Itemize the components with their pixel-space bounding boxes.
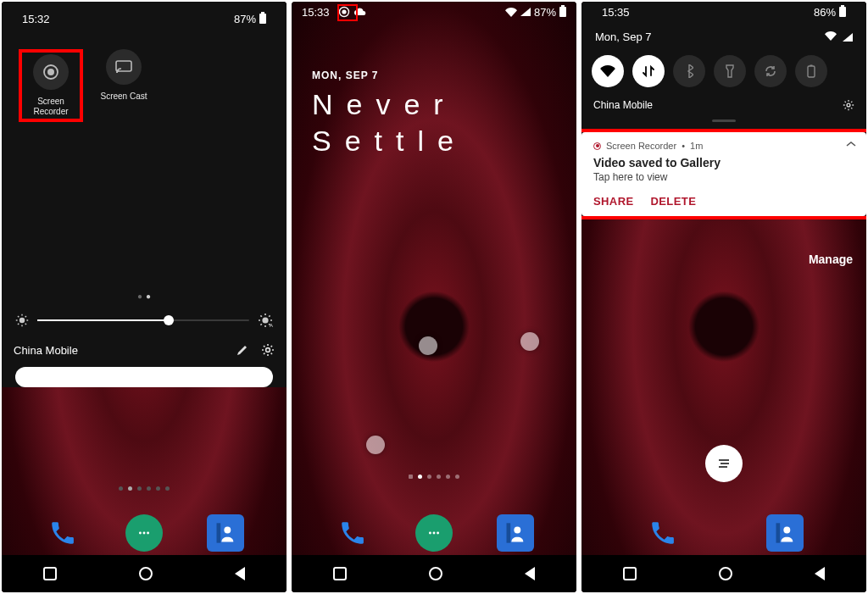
contacts-app-icon[interactable]	[766, 514, 804, 552]
notification-header: Screen Recorder • 1m	[593, 141, 854, 151]
chevron-up-icon[interactable]	[846, 141, 856, 147]
svg-line-11	[25, 316, 26, 317]
nav-back-button[interactable]	[525, 567, 535, 580]
shade-handle[interactable]	[712, 119, 736, 122]
status-right: 87%	[234, 13, 266, 25]
phone-panel-2: 15:33 87% MON, SEP 7 Never Settle	[292, 2, 576, 592]
svg-rect-41	[507, 523, 511, 542]
svg-point-32	[143, 532, 146, 535]
contacts-app-icon[interactable]	[497, 514, 534, 552]
carrier-label: China Mobile	[593, 99, 653, 111]
record-icon	[593, 142, 601, 150]
qs-wifi[interactable]	[592, 55, 624, 87]
svg-line-8	[18, 316, 19, 317]
wifi-icon	[505, 8, 517, 17]
notification-card[interactable]: Screen Recorder • 1m Video saved to Gall…	[581, 132, 866, 216]
battery-percent: 87%	[234, 13, 256, 25]
svg-line-51	[851, 108, 852, 108]
qs-rotation[interactable]	[754, 55, 787, 87]
svg-point-45	[847, 103, 850, 107]
nav-recent-button[interactable]	[333, 567, 347, 580]
dock	[581, 514, 866, 552]
qs-tile-screen-recorder[interactable]: Screen Recorder	[24, 54, 78, 117]
svg-point-31	[139, 532, 142, 535]
phone-panel-3: 15:35 86% Mon, Sep 7	[581, 2, 866, 592]
svg-line-9	[25, 324, 26, 325]
phone-app-icon[interactable]	[44, 514, 81, 552]
svg-point-1	[47, 69, 54, 75]
svg-text:A: A	[270, 323, 273, 328]
status-right: 87%	[505, 6, 566, 19]
delete-button[interactable]: DELETE	[651, 195, 697, 208]
brightness-track[interactable]	[37, 319, 249, 321]
status-bar: 15:35 86%	[592, 2, 856, 22]
nav-home-button[interactable]	[139, 567, 153, 580]
brightness-slider[interactable]: A	[12, 313, 276, 340]
svg-line-52	[845, 108, 846, 108]
never-settle-widget: MON, SEP 7 Never Settle	[312, 69, 467, 158]
battery-percent: 86%	[814, 6, 836, 19]
nav-home-button[interactable]	[719, 567, 732, 580]
carrier-label: China Mobile	[14, 344, 78, 357]
manage-button[interactable]: Manage	[809, 253, 853, 266]
phone-panel-1: 15:32 87% Screen Recorder	[2, 2, 287, 592]
battery-percent: 87%	[534, 6, 556, 19]
widget-button[interactable]	[705, 445, 743, 482]
notification-collapsed[interactable]	[15, 367, 273, 387]
qs-tile-screen-cast[interactable]: Screen Cast	[97, 49, 151, 122]
clock: 15:32	[22, 13, 50, 25]
settings-gear-icon[interactable]	[261, 343, 275, 357]
qs-row	[592, 55, 856, 97]
share-button[interactable]: SHARE	[593, 195, 634, 208]
svg-line-53	[851, 102, 852, 103]
qs-page-indicator: ●●	[12, 291, 276, 301]
phone-app-icon[interactable]	[334, 514, 371, 552]
svg-point-12	[262, 317, 268, 323]
qs-tile-label: Screen Cast	[100, 92, 147, 102]
svg-point-40	[437, 532, 439, 535]
battery-icon	[839, 7, 846, 17]
signal-icon	[520, 8, 531, 16]
clock: 15:35	[602, 6, 630, 19]
nav-home-button[interactable]	[429, 567, 442, 580]
svg-line-10	[18, 324, 19, 325]
nav-recent-button[interactable]	[43, 567, 57, 580]
notification-subtitle: Tap here to view	[593, 171, 854, 183]
nav-back-button[interactable]	[235, 567, 245, 580]
cast-icon	[106, 49, 142, 85]
navigation-bar	[292, 555, 576, 592]
widget-date: MON, SEP 7	[312, 69, 467, 81]
nav-back-button[interactable]	[815, 567, 825, 580]
svg-rect-34	[217, 523, 221, 542]
svg-rect-44	[810, 65, 813, 67]
notification-title: Video saved to Gallery	[593, 156, 854, 169]
shade-date-row: Mon, Sep 7	[592, 22, 856, 55]
carrier-row: China Mobile	[592, 97, 856, 119]
battery-icon	[259, 14, 266, 24]
widget-line1: Never	[312, 86, 467, 123]
widget-line2: Settle	[312, 123, 467, 159]
phone-app-icon[interactable]	[644, 514, 682, 552]
messages-app-icon[interactable]	[125, 514, 163, 552]
highlight-record-indicator	[337, 4, 358, 21]
svg-line-19	[260, 324, 261, 325]
status-right: 86%	[814, 6, 846, 19]
settings-gear-icon[interactable]	[843, 99, 854, 111]
qs-flashlight[interactable]	[714, 55, 746, 87]
messages-app-icon[interactable]	[415, 514, 453, 552]
svg-line-29	[264, 353, 264, 354]
home-page-indicator	[2, 479, 287, 494]
qs-bluetooth[interactable]	[673, 55, 705, 87]
quick-settings-panel: 15:32 87% Screen Recorder	[2, 2, 287, 387]
clock: 15:33	[302, 6, 330, 19]
svg-line-30	[271, 346, 272, 347]
contacts-app-icon[interactable]	[207, 514, 244, 552]
highlight-notification: Screen Recorder • 1m Video saved to Gall…	[581, 129, 866, 219]
battery-icon	[559, 7, 566, 17]
edit-icon[interactable]	[236, 343, 249, 357]
qs-mobile-data[interactable]	[632, 55, 665, 87]
shade-date: Mon, Sep 7	[595, 31, 652, 43]
qs-battery-saver[interactable]	[795, 55, 827, 87]
nav-recent-button[interactable]	[623, 567, 637, 580]
svg-point-42	[514, 527, 520, 534]
